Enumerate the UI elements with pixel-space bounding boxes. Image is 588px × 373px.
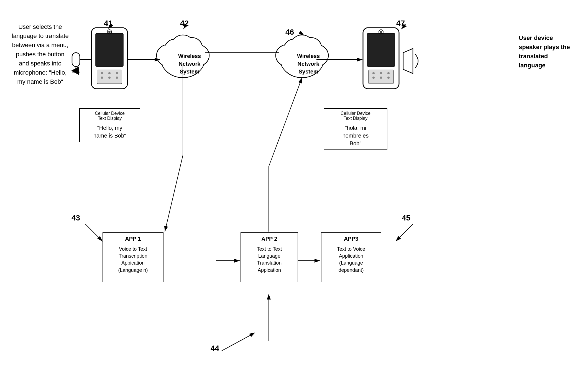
svg-point-24 <box>372 72 375 74</box>
svg-point-43 <box>173 35 193 52</box>
svg-line-58 <box>165 155 183 232</box>
svg-marker-18 <box>71 67 79 75</box>
cloud1-text: WirelessNetworkSystem <box>178 53 201 75</box>
svg-point-26 <box>387 72 390 74</box>
app1-box: APP 1 Voice to TextTranscriptionAppicati… <box>103 232 163 282</box>
svg-point-29 <box>387 77 390 79</box>
svg-point-21 <box>379 30 383 34</box>
svg-marker-31 <box>403 49 413 73</box>
app3-desc: Text to VoiceApplication(Languagedependa… <box>324 246 379 274</box>
svg-point-27 <box>372 77 375 79</box>
svg-rect-6 <box>97 70 122 84</box>
app1-title: APP 1 <box>105 236 161 244</box>
right-description: User device speaker plays the translated… <box>519 33 574 70</box>
right-box-content: "hola, minombre esBob" <box>327 124 384 147</box>
svg-rect-3 <box>96 33 123 67</box>
svg-point-28 <box>380 77 382 79</box>
svg-point-37 <box>172 35 193 53</box>
svg-point-12 <box>116 77 118 79</box>
ref-44: 44 <box>211 344 219 353</box>
left-box-content: "Hello, myname is Bob" <box>83 124 137 139</box>
svg-rect-19 <box>363 28 399 89</box>
ref-47: 47 <box>396 19 405 28</box>
ref-42: 42 <box>180 19 189 28</box>
svg-point-10 <box>101 77 103 79</box>
svg-rect-23 <box>369 70 393 84</box>
svg-point-49 <box>292 35 313 53</box>
svg-line-71 <box>396 224 413 241</box>
cloud2-label: WirelessNetworkSystem <box>286 52 331 75</box>
svg-point-7 <box>101 72 103 74</box>
ref-45: 45 <box>402 214 410 222</box>
svg-point-25 <box>380 72 382 74</box>
ref-46: 46 <box>285 28 294 37</box>
svg-point-4 <box>107 30 112 34</box>
svg-line-64 <box>269 78 302 166</box>
app1-desc: Voice to TextTranscriptionAppication(Lan… <box>105 246 161 274</box>
svg-rect-2 <box>91 28 127 89</box>
svg-point-8 <box>108 72 111 74</box>
svg-rect-20 <box>367 33 395 67</box>
cloud1-label: WirelessNetworkSystem <box>167 52 212 75</box>
left-text-display: Cellular DeviceText Display "Hello, myna… <box>79 108 140 142</box>
svg-point-9 <box>116 72 118 74</box>
right-text-display: Cellular DeviceText Display "hola, minom… <box>324 108 387 150</box>
app2-title: APP 2 <box>243 236 295 244</box>
cloud2-text: WirelessNetworkSystem <box>297 53 320 75</box>
ref-43: 43 <box>71 214 80 222</box>
ref-41: 41 <box>104 19 113 28</box>
right-box-header: Cellular DeviceText Display <box>327 111 384 122</box>
diagram-container: User selects the language to translate b… <box>0 0 588 373</box>
svg-point-5 <box>108 31 111 33</box>
app2-box: APP 2 Text to TextLanguageTranslationApp… <box>241 232 298 282</box>
left-description: User selects the language to translate b… <box>11 22 69 86</box>
app2-desc: Text to TextLanguageTranslationAppicatio… <box>243 246 295 274</box>
svg-line-70 <box>85 224 103 241</box>
svg-point-55 <box>292 35 312 52</box>
svg-point-11 <box>108 77 111 79</box>
svg-rect-14 <box>72 53 80 67</box>
app3-box: APP3 Text to VoiceApplication(Languagede… <box>321 232 381 282</box>
svg-line-72 <box>222 333 255 351</box>
svg-point-22 <box>380 31 382 33</box>
svg-line-68 <box>299 32 304 35</box>
left-description-text: User selects the language to translate b… <box>12 23 69 85</box>
app3-title: APP3 <box>324 236 379 244</box>
right-description-text: User device speaker plays the translated… <box>519 34 570 69</box>
left-box-header: Cellular DeviceText Display <box>83 111 137 122</box>
